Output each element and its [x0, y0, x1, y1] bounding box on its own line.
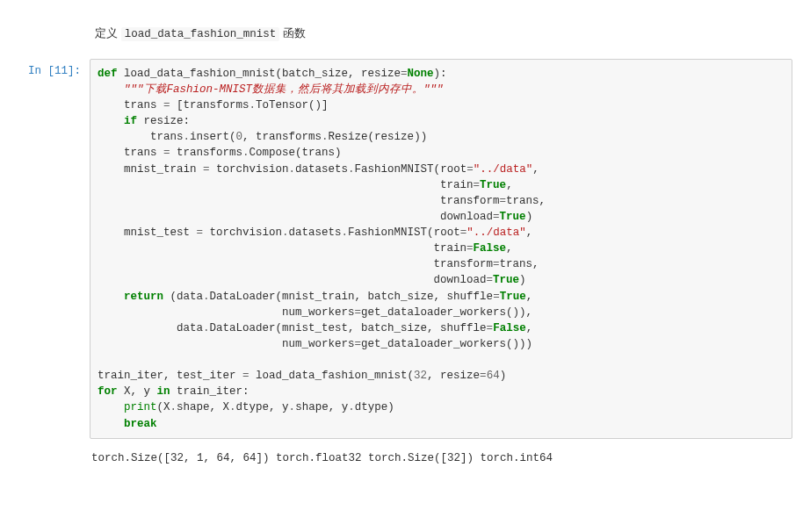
code-output: torch.Size([32, 1, 64, 64]) torch.float3…: [90, 444, 792, 468]
md-suffix: 函数: [279, 26, 306, 40]
markdown-cell: 定义 load_data_fashion_mnist 函数: [95, 25, 792, 43]
output-prompt: [18, 444, 90, 450]
output-cell-row: torch.Size([32, 1, 64, 64]) torch.float3…: [18, 444, 792, 468]
md-prefix: 定义: [95, 26, 121, 40]
input-prompt: In [11]:: [18, 59, 90, 77]
code-input[interactable]: def load_data_fashion_mnist(batch_size, …: [90, 59, 792, 439]
md-code: load_data_fashion_mnist: [121, 27, 280, 41]
code-cell-row: In [11]: def load_data_fashion_mnist(bat…: [18, 59, 792, 439]
